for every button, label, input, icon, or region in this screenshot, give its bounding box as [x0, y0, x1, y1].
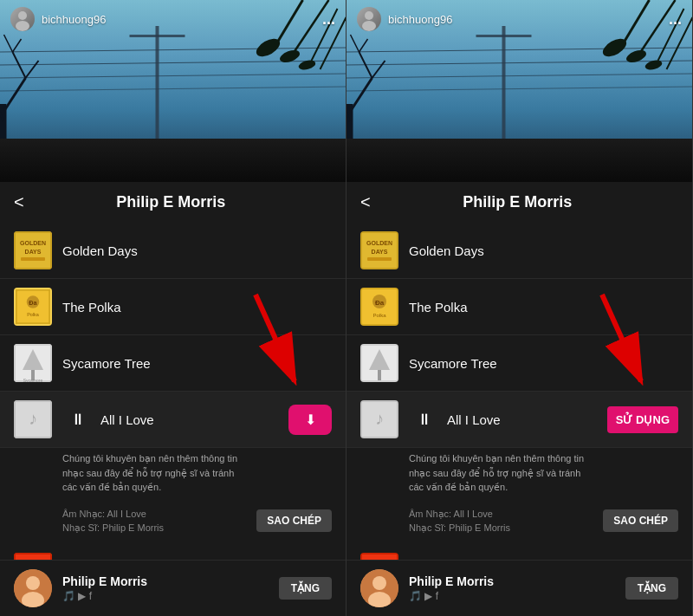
info-line1-left: Âm Nhạc: All I Love	[62, 507, 164, 522]
svg-point-22	[18, 11, 27, 20]
song-title-polka-left: The Polka	[62, 300, 332, 314]
artist-name-footer-right: Philip E Morris	[409, 574, 625, 588]
info-line2-left: Nhạc Sĩ: Philip E Morris	[62, 521, 164, 535]
album-art-golden-left: GOLDEN DAYS	[14, 231, 52, 269]
profile-left: bichhuong96	[10, 7, 106, 31]
svg-rect-21	[0, 139, 346, 182]
svg-text:♪: ♪	[29, 409, 37, 428]
info-line2-right: Nhạc Sĩ: Philip E Morris	[409, 521, 510, 535]
svg-point-23	[16, 21, 29, 31]
song-item-golden-left[interactable]: GOLDEN DAYS Golden Days	[0, 223, 346, 279]
song-title-sycamore-right: Sycamore Tree	[409, 356, 678, 371]
svg-text:Đa: Đa	[375, 299, 385, 307]
artist-name-left: Philip E Morris	[35, 193, 308, 211]
sao-chep-info-left: Âm Nhạc: All I Love Nhạc Sĩ: Philip E Mo…	[62, 507, 164, 535]
artist-info-footer-right: Philip E Morris 🎵 ▶ f	[409, 574, 625, 602]
album-sycamore-art-left: Sycamore	[14, 344, 52, 382]
photo-header-right: bichhuong96 ...	[346, 0, 692, 182]
profile-right-left: bichhuong96	[357, 7, 452, 31]
song-list-left: GOLDEN DAYS Golden Days	[0, 223, 346, 560]
album-art-alllove-right: ♪	[360, 400, 398, 438]
svg-point-97	[372, 576, 386, 590]
artist-avatar-left	[14, 569, 52, 607]
song-item-bullfest-right[interactable]: Bull fest Bullfest	[346, 544, 692, 561]
avatar-left	[10, 7, 35, 31]
song-list-right: GOLDEN DAYS Golden Days Đa Polka	[346, 223, 692, 560]
sao-chep-area-left: Âm Nhạc: All I Love Nhạc Sĩ: Philip E Mo…	[0, 502, 346, 544]
svg-text:Đa: Đa	[29, 299, 37, 307]
song-title-alllove-left: All I Love	[100, 412, 288, 427]
svg-text:♪: ♪	[375, 409, 384, 428]
download-icon-left: ⬇	[305, 412, 316, 428]
album-art-golden-right: GOLDEN DAYS	[360, 231, 398, 269]
profile-username-right: bichhuong96	[388, 13, 452, 26]
artist-header-right: < Philip E Morris	[346, 182, 692, 223]
avatar-img-left	[10, 7, 35, 31]
play-pause-right[interactable]: ⏸	[409, 404, 440, 435]
artist-footer-right: Philip E Morris 🎵 ▶ f TẶNG	[346, 560, 692, 616]
tang-btn-right[interactable]: TẶNG	[625, 577, 678, 600]
artist-info-footer-left: Philip E Morris 🎵 ▶ f	[62, 574, 279, 602]
notice-text-left: Chúng tôi khuyên bạn nên thêm thông tin …	[0, 448, 346, 502]
song-item-polka-right[interactable]: Đa Polka The Polka	[346, 279, 692, 335]
album-art-polka-left: Đa Polka	[14, 288, 52, 326]
sudung-btn-right[interactable]: SỬ DỤNG	[607, 406, 678, 433]
song-item-sycamore-left[interactable]: Sycamore Sycamore Tree	[0, 335, 346, 392]
song-title-golden-left: Golden Days	[62, 243, 332, 258]
song-title-sycamore-left: Sycamore Tree	[62, 356, 332, 371]
photo-header-left: bichhuong96 ...	[0, 0, 346, 182]
artist-avatar-right	[360, 569, 398, 607]
back-btn-left[interactable]: <	[14, 192, 24, 212]
artist-footer-left: Philip E Morris 🎵 ▶ f TẶNG	[0, 560, 346, 616]
song-item-alllove-left[interactable]: ♪ ⏸ All I Love ⬇	[0, 392, 346, 448]
download-btn-left[interactable]: ⬇	[288, 405, 332, 435]
right-panel: bichhuong96 ... < Philip E Morris GOLDEN	[346, 0, 693, 616]
svg-text:GOLDEN: GOLDEN	[20, 240, 46, 246]
svg-text:Polka: Polka	[27, 312, 40, 317]
back-btn-right[interactable]: <	[360, 192, 371, 212]
svg-point-73	[365, 11, 373, 20]
info-line1-right: Âm Nhạc: All I Love	[409, 507, 510, 522]
sao-chep-btn-right[interactable]: SAO CHÉP	[603, 509, 678, 532]
album-golden-art-left: GOLDEN DAYS	[14, 231, 52, 269]
dots-menu-left[interactable]: ...	[322, 10, 335, 29]
artist-name-right: Philip E Morris	[381, 193, 654, 211]
svg-rect-6	[130, 35, 185, 37]
svg-text:Polka: Polka	[372, 313, 386, 318]
notice-text-right: Chúng tôi khuyên bạn nên thêm thông tin …	[346, 448, 692, 502]
svg-text:Sycamore: Sycamore	[23, 378, 43, 382]
avatar-right	[357, 7, 381, 31]
album-art-sycamore-left: Sycamore	[14, 344, 52, 382]
svg-rect-79	[367, 257, 392, 261]
svg-rect-72	[346, 139, 692, 182]
tang-btn-left[interactable]: TẶNG	[279, 577, 332, 600]
song-item-alllove-right[interactable]: ♪ ⏸ All I Love SỬ DỤNG	[346, 392, 692, 448]
svg-text:DAYS: DAYS	[25, 249, 42, 255]
svg-rect-28	[21, 257, 45, 261]
song-title-polka-right: The Polka	[409, 300, 678, 314]
song-item-polka-left[interactable]: Đa Polka The Polka	[0, 279, 346, 335]
song-title-golden-right: Golden Days	[409, 243, 678, 258]
svg-text:DAYS: DAYS	[372, 249, 388, 255]
svg-point-74	[362, 21, 376, 31]
song-item-golden-right[interactable]: GOLDEN DAYS Golden Days	[346, 223, 692, 279]
sao-chep-area-right: Âm Nhạc: All I Love Nhạc Sĩ: Philip E Mo…	[346, 502, 692, 544]
artist-social-right: 🎵 ▶ f	[409, 590, 625, 602]
album-alllove-art-left: ♪	[14, 400, 52, 438]
svg-rect-87	[378, 368, 381, 380]
song-title-alllove-right: All I Love	[447, 412, 607, 427]
artist-social-left: 🎵 ▶ f	[62, 590, 279, 602]
album-art-polka-right: Đa Polka	[360, 288, 398, 326]
song-item-sycamore-right[interactable]: Sycamore Tree	[346, 335, 692, 392]
play-pause-left[interactable]: ⏸	[62, 404, 94, 435]
svg-rect-57	[476, 35, 532, 37]
left-panel: bichhuong96 ... < Philip E Morris	[0, 0, 346, 616]
dots-menu-right[interactable]: ...	[669, 10, 682, 29]
song-item-bullfest-left[interactable]: Bull fest Bullfest	[0, 544, 346, 561]
bullfest-art-left: Bull fest	[14, 553, 52, 561]
album-art-sycamore-right	[360, 344, 398, 382]
svg-point-47	[26, 576, 40, 590]
sao-chep-info-right: Âm Nhạc: All I Love Nhạc Sĩ: Philip E Mo…	[409, 507, 510, 535]
sao-chep-btn-left[interactable]: SAO CHÉP	[256, 509, 332, 532]
profile-username-left: bichhuong96	[42, 13, 106, 26]
